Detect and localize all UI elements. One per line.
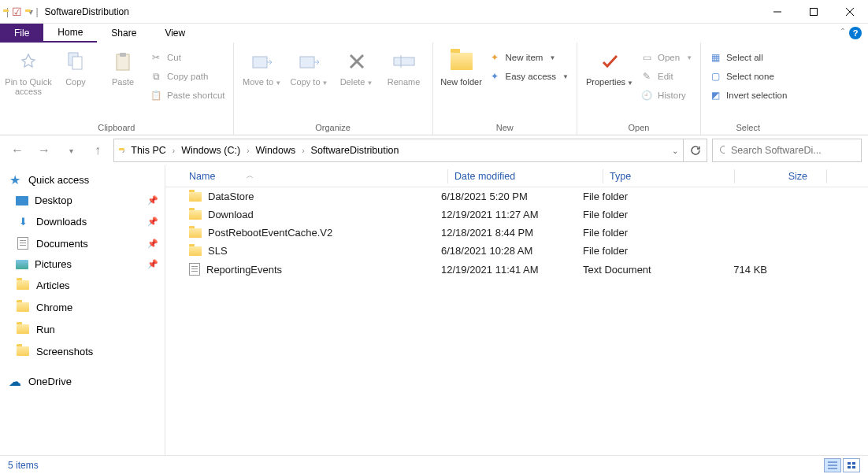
- item-count: 5 items: [8, 460, 39, 471]
- svg-rect-22: [852, 466, 855, 468]
- file-type: Text Document: [577, 264, 695, 276]
- select-all-button[interactable]: ▦Select all: [706, 50, 790, 65]
- ribbon: Pin to Quick access Copy Paste ✂Cut ⧉Cop…: [0, 43, 868, 135]
- copy-button[interactable]: Copy: [52, 46, 99, 87]
- view-details-button[interactable]: [824, 458, 841, 472]
- help-icon[interactable]: ?: [849, 27, 862, 39]
- breadcrumb[interactable]: › This PC› Windows (C:)› Windows› Softwa…: [113, 139, 684, 162]
- new-folder-icon: [449, 49, 474, 74]
- file-date: 12/19/2021 11:27 AM: [435, 209, 577, 220]
- folder-icon: [189, 210, 202, 220]
- invert-selection-icon: ◩: [709, 89, 721, 102]
- search-box[interactable]: [712, 139, 862, 162]
- file-list-pane: Name︿ Date modified Type Size DataStore6…: [165, 165, 868, 455]
- breadcrumb-dropdown-icon[interactable]: ⌄: [672, 146, 678, 155]
- pin-to-quick-access-button[interactable]: Pin to Quick access: [5, 46, 52, 96]
- refresh-button[interactable]: [684, 139, 707, 162]
- cut-button[interactable]: ✂Cut: [147, 50, 228, 65]
- collapse-ribbon-icon[interactable]: ˆ: [841, 28, 844, 39]
- properties-icon: [597, 49, 622, 74]
- window-title: SoftwareDistribution: [45, 6, 129, 17]
- back-button[interactable]: ←: [6, 139, 28, 161]
- tab-share[interactable]: Share: [97, 24, 150, 43]
- breadcrumb-item[interactable]: Windows: [253, 145, 299, 156]
- tab-view[interactable]: View: [150, 24, 199, 43]
- breadcrumb-item[interactable]: This PC: [128, 145, 169, 156]
- pin-icon: 📌: [147, 259, 158, 269]
- column-type[interactable]: Type: [603, 171, 721, 182]
- column-name[interactable]: Name: [189, 171, 215, 182]
- file-row[interactable]: DataStore6/18/2021 5:20 PMFile folder: [165, 187, 868, 206]
- text-file-icon: [189, 263, 200, 276]
- delete-button[interactable]: Delete▼: [333, 46, 380, 87]
- copy-to-button[interactable]: Copy to▼: [286, 46, 333, 87]
- history-button[interactable]: 🕘History: [637, 88, 696, 102]
- tab-home[interactable]: Home: [43, 24, 97, 43]
- group-label-open: Open: [577, 123, 700, 135]
- file-list[interactable]: DataStore6/18/2021 5:20 PMFile folderDow…: [165, 187, 868, 455]
- nav-desktop[interactable]: Desktop📌: [0, 191, 165, 210]
- svg-rect-1: [811, 8, 818, 15]
- documents-icon: [16, 236, 30, 250]
- file-row[interactable]: Download12/19/2021 11:27 AMFile folder: [165, 206, 868, 224]
- nav-onedrive[interactable]: ☁OneDrive: [0, 370, 165, 392]
- ribbon-group-new: New folder ✦New item▼ ✦Easy access▼ New: [433, 43, 577, 135]
- title-bar: | ☑ ▾ | SoftwareDistribution: [0, 0, 868, 24]
- tab-file[interactable]: File: [0, 24, 43, 43]
- svg-rect-8: [253, 57, 267, 68]
- file-row[interactable]: SLS6/18/2021 10:28 AMFile folder: [165, 242, 868, 260]
- copy-path-button[interactable]: ⧉Copy path: [147, 69, 228, 83]
- properties-button[interactable]: Properties▼: [582, 46, 637, 87]
- move-to-button[interactable]: Move to▼: [239, 46, 286, 87]
- recent-locations-button[interactable]: ▾: [60, 139, 82, 161]
- breadcrumb-item[interactable]: Windows (C:): [178, 145, 243, 156]
- svg-rect-7: [120, 53, 126, 57]
- paste-shortcut-button[interactable]: 📋Paste shortcut: [147, 88, 228, 102]
- up-button[interactable]: ↑: [87, 139, 109, 161]
- column-date[interactable]: Date modified: [448, 171, 590, 182]
- minimize-button[interactable]: [759, 0, 796, 24]
- file-date: 12/18/2021 8:44 PM: [435, 227, 577, 239]
- select-none-button[interactable]: ▢Select none: [706, 69, 790, 83]
- sort-indicator-icon: ︿: [247, 171, 254, 181]
- breadcrumb-item[interactable]: SoftwareDistribution: [308, 145, 402, 156]
- nav-documents[interactable]: Documents📌: [0, 232, 165, 254]
- nav-chrome[interactable]: Chrome: [0, 296, 165, 318]
- search-input[interactable]: [731, 145, 855, 156]
- svg-rect-12: [394, 57, 414, 65]
- open-button[interactable]: ▭Open▼: [637, 50, 696, 65]
- maximize-button[interactable]: [796, 0, 832, 24]
- close-button[interactable]: [832, 0, 868, 24]
- nav-screenshots[interactable]: Screenshots: [0, 340, 165, 362]
- file-row[interactable]: PostRebootEventCache.V212/18/2021 8:44 P…: [165, 224, 868, 242]
- nav-run[interactable]: Run: [0, 318, 165, 340]
- status-bar: 5 items: [0, 455, 868, 474]
- new-item-button[interactable]: ✦New item▼: [485, 50, 572, 65]
- nav-quick-access[interactable]: ★ Quick access: [0, 168, 165, 191]
- column-headers[interactable]: Name︿ Date modified Type Size: [165, 165, 868, 187]
- new-folder-button[interactable]: New folder: [438, 46, 485, 87]
- navigation-pane[interactable]: ★ Quick access Desktop📌 ⬇Downloads📌 Docu…: [0, 165, 165, 455]
- nav-downloads[interactable]: ⬇Downloads📌: [0, 210, 165, 232]
- pin-icon: 📌: [147, 195, 158, 206]
- view-large-icons-button[interactable]: [843, 458, 860, 472]
- nav-articles[interactable]: Articles: [0, 274, 165, 296]
- paste-button[interactable]: Paste: [99, 46, 147, 87]
- edit-button[interactable]: ✎Edit: [637, 69, 696, 83]
- forward-button[interactable]: →: [33, 139, 55, 161]
- rename-button[interactable]: Rename: [380, 46, 428, 87]
- qat-properties-icon[interactable]: ☑: [12, 6, 22, 18]
- column-size[interactable]: Size: [735, 171, 814, 182]
- select-all-icon: ▦: [709, 51, 721, 64]
- ribbon-group-open: Properties▼ ▭Open▼ ✎Edit 🕘History Open: [577, 43, 701, 135]
- file-row[interactable]: ReportingEvents12/19/2021 11:41 AMText D…: [165, 260, 868, 279]
- invert-selection-button[interactable]: ◩Invert selection: [706, 88, 790, 102]
- pictures-icon: [16, 260, 28, 269]
- nav-pictures[interactable]: Pictures📌: [0, 254, 165, 274]
- group-label-select: Select: [701, 123, 795, 135]
- select-none-icon: ▢: [709, 70, 721, 83]
- easy-access-button[interactable]: ✦Easy access▼: [485, 69, 572, 83]
- paste-shortcut-icon: 📋: [150, 89, 162, 102]
- ribbon-tabs: File Home Share View ˆ ?: [0, 24, 868, 43]
- address-bar: ← → ▾ ↑ › This PC› Windows (C:)› Windows…: [0, 135, 868, 165]
